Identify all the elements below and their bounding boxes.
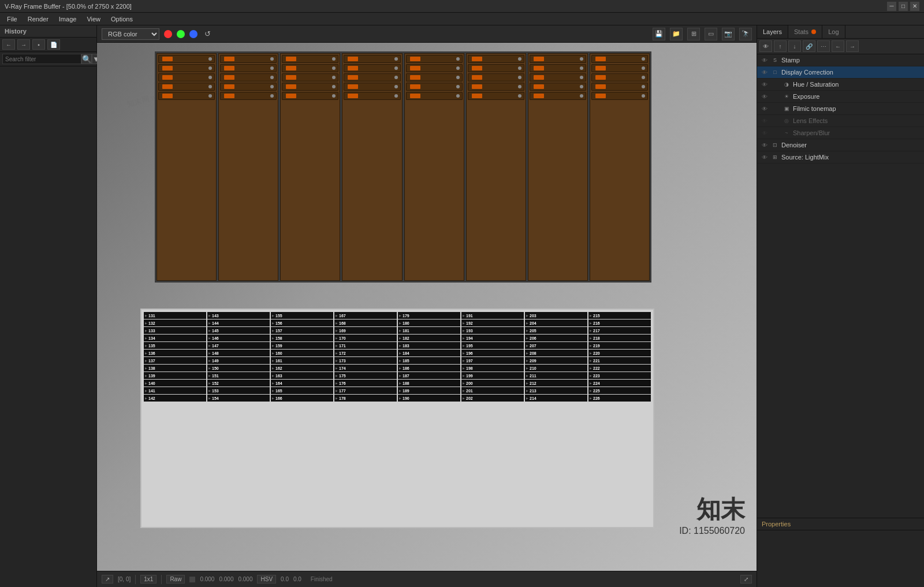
save-icon-button[interactable]: 💾: [653, 28, 665, 40]
locker-lock: [270, 66, 274, 70]
status-text: Finished: [311, 576, 333, 582]
layer-stamp-visibility[interactable]: 👁: [761, 56, 769, 64]
numbered-locker-row: 222: [588, 365, 651, 371]
layer-more-button[interactable]: ⋯: [817, 40, 830, 52]
layer-up-button[interactable]: ↑: [774, 40, 787, 52]
extra-val-2: 0.0: [293, 576, 301, 582]
menu-options[interactable]: Options: [106, 14, 137, 24]
locker-number-label: 184: [403, 351, 409, 355]
layer-lens-visibility[interactable]: 👁: [761, 117, 769, 125]
locker-number-label: 217: [593, 329, 600, 333]
locker-lock: [332, 66, 336, 70]
locker-number-label: 208: [530, 351, 536, 355]
tab-layers[interactable]: Layers: [757, 25, 788, 38]
numbered-locker-row: 207: [525, 342, 587, 349]
maximize-button[interactable]: □: [899, 2, 908, 11]
format-button[interactable]: HSV: [257, 575, 276, 584]
red-channel-dot[interactable]: [164, 30, 172, 38]
layer-back-button[interactable]: ←: [832, 40, 844, 52]
locker-handle: [162, 57, 173, 61]
wooden-locker-row: [282, 83, 338, 91]
wooden-locker-cell: [342, 53, 402, 281]
wooden-locker-row: [406, 55, 463, 63]
layer-hs-name: Hue / Saturation: [793, 81, 921, 88]
layer-hs-visibility[interactable]: 👁: [761, 80, 769, 88]
locker-number-label: 223: [593, 374, 600, 378]
minimize-button[interactable]: ─: [887, 2, 896, 11]
locker-number-label: 210: [530, 366, 536, 370]
menu-file[interactable]: File: [2, 14, 22, 24]
expand-button[interactable]: ⤢: [740, 575, 752, 584]
layer-den-visibility[interactable]: 👁: [761, 141, 769, 149]
locker-handle: [224, 94, 234, 98]
numbered-locker-row: 199: [461, 372, 524, 379]
layer-visibility-button[interactable]: 👁: [759, 40, 772, 52]
layer-forward-button[interactable]: →: [846, 40, 859, 52]
history-forward-button[interactable]: →: [17, 39, 30, 50]
numbered-locker-row: 193: [461, 327, 524, 334]
layers-toolbar: 👁 ↑ ↓ 🔗 ⋯ ← →: [757, 39, 924, 54]
locker-number-label: 207: [530, 344, 536, 348]
numbered-locker-row: 220: [588, 350, 651, 356]
split-icon-button[interactable]: ▭: [705, 28, 717, 40]
lens-icon-button[interactable]: 🔭: [739, 28, 752, 40]
locker-lock: [394, 85, 398, 88]
layer-dc-visibility[interactable]: 👁: [761, 68, 769, 76]
locker-number-label: 226: [593, 396, 600, 400]
locker-number-label: 142: [148, 396, 155, 400]
layer-sharp-visibility[interactable]: 👁: [761, 129, 769, 137]
wooden-locker-row: [220, 73, 277, 81]
locker-number-label: 195: [466, 344, 473, 348]
history-save-button[interactable]: 📄: [47, 39, 60, 50]
numbered-locker-row: 205: [525, 327, 587, 334]
layer-film-visibility[interactable]: 👁: [761, 105, 769, 113]
layer-item-stamp: 👁 S Stamp: [757, 54, 924, 66]
zoom-button[interactable]: 1x1: [140, 575, 157, 584]
blue-channel-dot[interactable]: [189, 30, 198, 38]
raw-button[interactable]: Raw: [166, 575, 185, 584]
history-back-button[interactable]: ←: [2, 39, 15, 50]
locker-number-label: 154: [212, 396, 219, 400]
locker-handle: [410, 84, 420, 89]
locker-handle: [410, 57, 420, 61]
numbered-locker-row: 214: [525, 395, 587, 402]
search-input[interactable]: [2, 54, 81, 64]
locker-number-label: 143: [212, 314, 219, 318]
tab-stats[interactable]: Stats: [788, 25, 822, 38]
layer-exp-visibility[interactable]: 👁: [761, 92, 769, 101]
close-button[interactable]: ✕: [910, 2, 919, 11]
numbered-locker-row: 208: [525, 350, 587, 356]
menu-view[interactable]: View: [82, 14, 105, 24]
numbered-locker-row: 209: [525, 357, 587, 364]
reload-button[interactable]: ↺: [202, 29, 213, 39]
arrow-tool-button[interactable]: ↗: [102, 575, 113, 584]
compare-icon-button[interactable]: ⊞: [687, 28, 700, 40]
locker-number-label: 202: [466, 396, 473, 400]
camera-icon-button[interactable]: 📷: [722, 28, 735, 40]
locker-handle: [595, 57, 606, 61]
lower-render-area: 1311321331341351361371381391401411421431…: [140, 309, 654, 528]
locker-handle: [534, 57, 544, 61]
menu-render[interactable]: Render: [23, 14, 53, 24]
layer-link-button[interactable]: 🔗: [803, 40, 815, 52]
locker-number-label: 175: [339, 374, 346, 378]
search-button[interactable]: 🔍: [81, 54, 92, 64]
tab-log[interactable]: Log: [822, 25, 845, 38]
locker-number-label: 171: [339, 344, 346, 348]
layer-down-button[interactable]: ↓: [788, 40, 801, 52]
layer-lm-visibility[interactable]: 👁: [761, 153, 769, 161]
locker-number-label: 213: [530, 389, 536, 393]
properties-header: Properties: [757, 518, 924, 530]
layer-item-exposure: 👁 ☀ Exposure: [757, 91, 924, 103]
channel-selector[interactable]: RGB color: [102, 28, 159, 40]
color-preview: [189, 577, 195, 582]
menu-image[interactable]: Image: [54, 14, 81, 24]
locker-handle: [348, 66, 358, 70]
history-clear-button[interactable]: ▪: [32, 39, 45, 50]
green-channel-dot[interactable]: [177, 30, 185, 38]
locker-number-label: 222: [593, 366, 600, 370]
wooden-locker-row: [591, 64, 648, 72]
folder-icon-button[interactable]: 📁: [670, 28, 683, 40]
right-panel-tabs: Layers Stats Log: [757, 25, 924, 39]
locker-lock: [642, 76, 645, 79]
